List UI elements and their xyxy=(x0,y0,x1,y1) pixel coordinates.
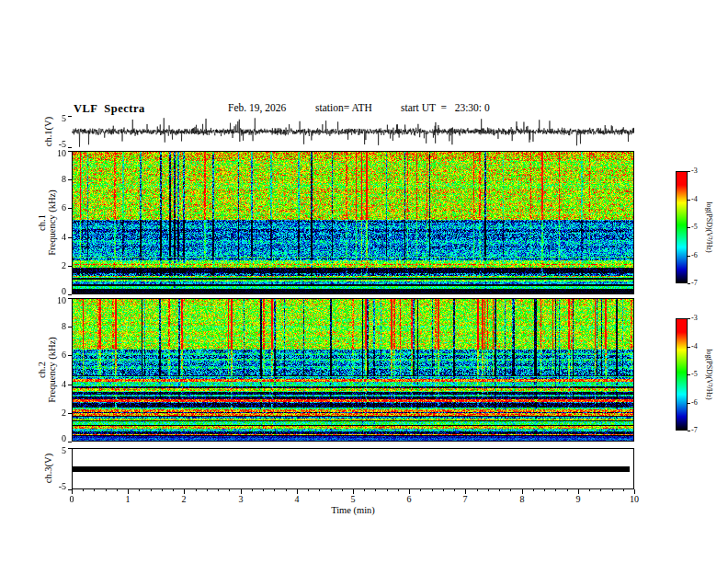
tick-label: 6 xyxy=(400,495,418,504)
tick-mark xyxy=(83,489,84,491)
tick-mark xyxy=(218,489,219,491)
tick-mark xyxy=(68,179,72,180)
tick-label: 6 xyxy=(40,350,66,360)
tick-mark xyxy=(375,489,376,491)
tick-label: 2 xyxy=(175,495,193,504)
tick-mark xyxy=(510,489,511,491)
tick-mark xyxy=(688,256,690,257)
tick-label: 8 xyxy=(513,495,531,504)
tick-mark xyxy=(162,489,163,491)
tick-label: -5 xyxy=(691,224,710,231)
tick-label: 2 xyxy=(40,261,66,270)
tick-mark xyxy=(68,385,72,385)
tick-mark xyxy=(173,489,174,491)
tick-mark xyxy=(688,200,690,201)
tick-label: 8 xyxy=(40,322,66,331)
tick-mark xyxy=(688,318,690,319)
tick-label: -4 xyxy=(691,196,710,203)
tick-mark xyxy=(117,489,118,491)
colorbar-ch2-canvas xyxy=(676,318,688,431)
tick-mark xyxy=(488,489,489,491)
ch2-frequency-axis-label: ch.2 Frequency (kHz) xyxy=(37,337,57,402)
tick-mark xyxy=(477,489,478,491)
vlf-spectra-figure: VLF Spectra Feb. 19, 2026 station= ATH s… xyxy=(0,0,728,563)
tick-label: -7 xyxy=(691,427,710,434)
tick-mark xyxy=(252,489,253,491)
tick-mark xyxy=(68,208,72,209)
tick-mark xyxy=(68,151,72,152)
station-label: station= ATH xyxy=(315,102,372,113)
tick-label: 5 xyxy=(344,495,362,504)
tick-label: 5 xyxy=(40,446,66,455)
tick-mark xyxy=(196,489,197,491)
tick-mark xyxy=(499,489,500,491)
tick-mark xyxy=(454,489,455,491)
ch3-waveform-canvas xyxy=(72,448,634,489)
axis-label-line2: Frequency (kHz) xyxy=(47,337,57,402)
figure-date: Feb. 19, 2026 xyxy=(228,102,286,113)
tick-mark xyxy=(567,489,568,491)
tick-mark xyxy=(68,413,72,414)
tick-label: 10 xyxy=(40,149,66,158)
tick-label: 10 xyxy=(625,495,643,504)
tick-mark xyxy=(688,227,690,228)
tick-mark xyxy=(623,489,624,491)
ch3-voltage-axis-label: ch.3(V) xyxy=(43,454,53,483)
tick-label: -6 xyxy=(691,399,710,407)
tick-label: 1 xyxy=(119,495,137,504)
tick-mark xyxy=(151,489,152,491)
tick-mark xyxy=(207,489,208,491)
tick-mark xyxy=(688,283,690,284)
tick-label: -6 xyxy=(691,252,710,259)
axis-label-line1: ch.2 xyxy=(37,337,47,402)
tick-label: 4 xyxy=(288,495,306,504)
tick-mark xyxy=(68,266,72,267)
tick-label: 0 xyxy=(63,495,81,504)
tick-mark xyxy=(68,298,72,299)
tick-mark xyxy=(263,489,264,491)
tick-mark xyxy=(589,489,590,491)
tick-mark xyxy=(432,489,433,491)
tick-mark xyxy=(139,489,140,491)
start-ut-label: start UT = 23:30: 0 xyxy=(401,102,490,113)
tick-mark xyxy=(68,147,72,148)
tick-label: 4 xyxy=(40,380,66,389)
tick-mark xyxy=(364,489,365,491)
tick-mark xyxy=(533,489,534,491)
tick-mark xyxy=(308,489,309,491)
axis-label-line2: Frequency (kHz) xyxy=(47,190,57,255)
figure-title: VLF Spectra xyxy=(74,102,145,116)
time-axis-label: Time (min) xyxy=(307,505,399,515)
tick-label: 8 xyxy=(40,175,66,184)
tick-label: 0 xyxy=(40,434,66,443)
tick-label: 10 xyxy=(40,296,66,305)
tick-label: -3 xyxy=(691,167,710,175)
axis-label-text: ch.3(V) xyxy=(43,454,53,483)
tick-mark xyxy=(443,489,444,491)
tick-mark xyxy=(688,374,690,375)
tick-mark xyxy=(68,448,72,449)
tick-label: 7 xyxy=(456,495,474,504)
tick-mark xyxy=(68,116,72,117)
tick-mark xyxy=(688,171,690,172)
tick-mark xyxy=(68,237,72,238)
tick-mark xyxy=(342,489,343,491)
tick-mark xyxy=(286,489,287,491)
tick-mark xyxy=(420,489,421,491)
axis-label-line1: ch.1 xyxy=(37,190,47,255)
tick-mark xyxy=(68,355,72,356)
tick-mark xyxy=(68,442,72,442)
tick-mark xyxy=(274,489,275,491)
tick-label: -7 xyxy=(691,280,710,287)
tick-mark xyxy=(688,347,690,348)
tick-mark xyxy=(331,489,332,491)
tick-label: -5 xyxy=(691,371,710,378)
tick-label: 5 xyxy=(40,114,66,123)
tick-mark xyxy=(68,327,72,327)
ch1-waveform-canvas xyxy=(72,116,634,147)
tick-mark xyxy=(398,489,399,491)
tick-mark xyxy=(229,489,230,491)
tick-mark xyxy=(544,489,545,491)
tick-mark xyxy=(68,294,72,295)
tick-label: 9 xyxy=(569,495,587,504)
